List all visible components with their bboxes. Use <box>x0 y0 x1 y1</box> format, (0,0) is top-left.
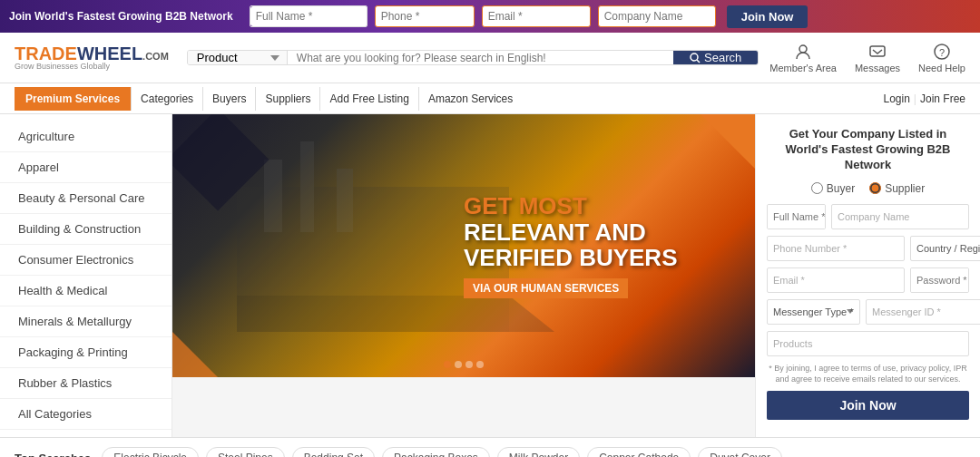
svg-rect-7 <box>264 160 282 232</box>
email-input[interactable] <box>767 267 905 293</box>
nav-premium[interactable]: Premium Services <box>15 87 131 111</box>
banner-join-button[interactable]: Join Now <box>727 5 808 28</box>
hero-title: GET MOST RELEVANT AND VERIFIED BUYERS <box>464 193 719 271</box>
search-bar: Product Search <box>187 50 759 65</box>
top-searches: Top Searches Electric Bicycle Steel Pipe… <box>0 437 980 457</box>
join-free-link[interactable]: Join Free <box>920 92 965 105</box>
messenger-id-input[interactable] <box>866 299 980 325</box>
triangle-bottom <box>172 332 218 377</box>
nav-bar: Premium Services Categories Buyers Suppl… <box>0 83 980 114</box>
tag-electric-bicycle[interactable]: Electric Bicycle <box>102 447 199 457</box>
banner-text: Join World's Fastest Growing B2B Network <box>9 10 233 23</box>
nav-suppliers[interactable]: Suppliers <box>255 87 319 111</box>
messages-icon[interactable]: Messages <box>855 43 900 73</box>
role-radio-group: Buyer Supplier <box>767 182 969 195</box>
form-disclaimer: * By joining, I agree to terms of use, p… <box>767 363 969 385</box>
header: TRADEWHEEL.COM Grow Businesses Globally … <box>0 33 980 83</box>
nav-amazon[interactable]: Amazon Services <box>418 87 522 111</box>
phone-input[interactable] <box>767 236 905 261</box>
hero-subtitle: VIA OUR HUMAN SERVICES <box>464 278 628 298</box>
hero-dots <box>444 361 484 368</box>
nav-categories[interactable]: Categories <box>131 87 202 111</box>
supplier-radio[interactable] <box>869 182 881 194</box>
dot-1[interactable] <box>444 361 451 368</box>
banner-fullname-wrapper: ⋯ <box>250 5 368 27</box>
help-icon: ? <box>933 43 951 61</box>
password-input[interactable] <box>911 268 969 292</box>
logo-text: TRADEWHEEL.COM <box>15 44 169 63</box>
dot-2[interactable] <box>455 361 462 368</box>
need-help-icon[interactable]: ? Need Help <box>918 43 965 73</box>
supplier-label: Supplier <box>885 182 925 195</box>
form-join-button[interactable]: Join Now <box>767 391 969 420</box>
svg-line-1 <box>697 60 700 63</box>
logo-sub: Grow Businesses Globally <box>15 63 169 71</box>
search-icon <box>690 53 701 63</box>
sidebar-item-electronics[interactable]: Consumer Electronics <box>0 245 172 276</box>
search-input[interactable] <box>288 51 673 64</box>
company-name-input[interactable] <box>831 204 969 229</box>
svg-point-0 <box>691 53 698 61</box>
header-icons: Member's Area Messages ? Need Help <box>769 43 965 73</box>
top-banner: Join World's Fastest Growing B2B Network… <box>0 0 980 33</box>
fullname-company-row: ⋯ <box>767 204 969 229</box>
nav-right: Login | Join Free <box>883 92 965 105</box>
sidebar-item-all-categories[interactable]: All Categories <box>0 399 172 430</box>
buyer-radio-label[interactable]: Buyer <box>811 182 855 195</box>
tag-duvet-cover[interactable]: Duvet Cover <box>698 447 782 457</box>
svg-rect-8 <box>300 141 314 232</box>
hero-banner: GET MOST RELEVANT AND VERIFIED BUYERS VI… <box>172 114 755 377</box>
search-category-select[interactable]: Product <box>188 51 288 64</box>
banner-email-input[interactable] <box>482 5 591 27</box>
person-icon <box>794 43 812 61</box>
hero-line2: RELEVANT AND <box>464 219 719 246</box>
sidebar-item-health[interactable]: Health & Medical <box>0 276 172 306</box>
nav-add-listing[interactable]: Add Free Listing <box>319 87 417 111</box>
email-password-row: ⋯ <box>767 267 969 293</box>
svg-rect-3 <box>870 46 885 56</box>
tag-packaging-boxes[interactable]: Packaging Boxes <box>382 447 490 457</box>
search-button[interactable]: Search <box>673 51 758 64</box>
banner-phone-input[interactable] <box>375 5 475 27</box>
hero-text-overlay: GET MOST RELEVANT AND VERIFIED BUYERS VI… <box>446 114 737 377</box>
sidebar: Agriculture Apparel Beauty & Personal Ca… <box>0 114 172 437</box>
password-wrapper: ⋯ <box>910 267 969 293</box>
tag-bedding-set[interactable]: Bedding Set <box>292 447 375 457</box>
sidebar-item-agriculture[interactable]: Agriculture <box>0 122 172 152</box>
products-row <box>767 331 969 356</box>
registration-form: Get Your Company Listed in World's Faste… <box>755 114 980 437</box>
dot-3[interactable] <box>466 361 473 368</box>
fullname-input[interactable] <box>768 205 826 228</box>
hero-line3: VERIFIED BUYERS <box>464 245 719 271</box>
messenger-row: Messenger Type * WhatsAppWeChatSkype <box>767 299 969 325</box>
tag-steel-pipes[interactable]: Steel Pipes <box>206 447 285 457</box>
buyer-radio[interactable] <box>811 182 823 194</box>
tag-copper-cathode[interactable]: Copper Cathode <box>587 447 691 457</box>
sidebar-item-building[interactable]: Building & Construction <box>0 214 172 245</box>
messenger-type-select[interactable]: Messenger Type * WhatsAppWeChatSkype <box>767 299 860 325</box>
sidebar-item-apparel[interactable]: Apparel <box>0 152 172 183</box>
tag-milk-powder[interactable]: Milk Powder <box>497 447 580 457</box>
center-col: GET MOST RELEVANT AND VERIFIED BUYERS VI… <box>172 114 755 437</box>
sidebar-item-minerals[interactable]: Minerals & Metallurgy <box>0 306 172 337</box>
main-content: Agriculture Apparel Beauty & Personal Ca… <box>0 114 980 437</box>
banner-company-input[interactable] <box>598 5 716 27</box>
sidebar-item-rubber[interactable]: Rubber & Plastics <box>0 368 172 399</box>
dot-4[interactable] <box>476 361 484 368</box>
products-input[interactable] <box>767 331 969 356</box>
message-icon <box>868 43 887 61</box>
member-area-icon[interactable]: Member's Area <box>769 43 837 73</box>
sidebar-item-packaging[interactable]: Packaging & Printing <box>0 337 172 368</box>
hero-line1: GET MOST <box>464 193 719 219</box>
buyer-label: Buyer <box>827 182 855 195</box>
fullname-wrapper: ⋯ <box>767 204 826 229</box>
nav-buyers[interactable]: Buyers <box>202 87 255 111</box>
login-link[interactable]: Login <box>883 92 909 105</box>
logo: TRADEWHEEL.COM Grow Businesses Globally <box>15 44 169 71</box>
sidebar-item-beauty[interactable]: Beauty & Personal Care <box>0 183 172 214</box>
banner-fullname-input[interactable] <box>250 6 368 26</box>
country-select[interactable]: Country / Region USAUKIndiaChina <box>910 236 980 261</box>
svg-text:?: ? <box>939 47 945 58</box>
supplier-radio-label[interactable]: Supplier <box>869 182 925 195</box>
form-panel-title: Get Your Company Listed in World's Faste… <box>767 127 969 173</box>
